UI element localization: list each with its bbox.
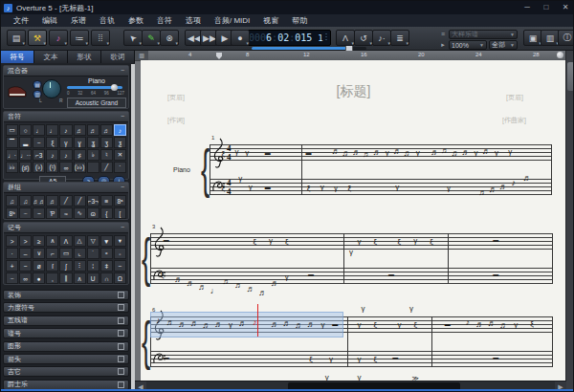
palette-cell[interactable]: , [46, 272, 58, 284]
palette-cell[interactable]: ∞ [19, 272, 32, 284]
score-title-placeholder[interactable]: [标题] [141, 83, 566, 100]
collapse-icon[interactable]: − [121, 66, 124, 76]
patch-name-field[interactable]: Acoustic Grand [67, 98, 126, 108]
score-glyph[interactable]: ▬ [332, 321, 338, 327]
score-glyph[interactable]: ♬ [214, 320, 223, 329]
score-glyph[interactable]: γ [357, 238, 361, 246]
palette-cell[interactable]: ⁝ [74, 260, 86, 272]
score-glyph[interactable]: γ [357, 356, 361, 363]
palette-cell[interactable]: (♭♭) [74, 162, 86, 173]
metronome-button[interactable]: Λ▾ [336, 30, 355, 46]
palette-cell[interactable]: (♮) [46, 162, 58, 173]
palette-cell[interactable]: ǂ [100, 260, 113, 272]
palette-cell[interactable]: > [6, 235, 18, 247]
score-glyph[interactable]: ♬ [258, 289, 267, 297]
palette-cell[interactable]: ∿ [74, 207, 86, 219]
copy-view-button[interactable]: ▣▾ [523, 30, 542, 46]
palette-cell[interactable]: ʒ [100, 137, 113, 148]
score-glyph[interactable]: γ [249, 184, 253, 191]
panel-bar-谱号[interactable]: 谱号 [3, 328, 129, 338]
palette-cell[interactable]: ╱ [59, 195, 72, 207]
info-button[interactable]: ⓘ▾ [558, 30, 574, 46]
score-glyph[interactable]: ♬ [342, 149, 350, 158]
palette-cell[interactable]: ξ [46, 137, 58, 148]
score-glyph[interactable]: ♪ [511, 179, 516, 187]
palette-cell[interactable]: ♫ [19, 195, 32, 207]
record-button[interactable]: ●▾ [231, 30, 250, 46]
palette-cell[interactable]: 8ᵃ [114, 195, 126, 207]
score-glyph[interactable]: γ [362, 305, 365, 313]
palette-cell[interactable]: ◦ [114, 248, 126, 259]
palette-cell[interactable]: ∨ [33, 248, 45, 259]
score-glyph[interactable]: ξ [373, 356, 377, 363]
score-glyph[interactable]: ▬ [164, 237, 169, 243]
range-combo[interactable]: 全部▼ [489, 40, 518, 50]
palette-cell[interactable]: ⌣ [19, 207, 32, 219]
score-glyph[interactable]: ξ [530, 320, 534, 328]
score-glyph[interactable]: γ [269, 237, 273, 245]
collapse-icon[interactable]: − [121, 112, 124, 121]
palette-cell[interactable]: ♪ [59, 124, 72, 136]
palette-cell[interactable]: ∞ [59, 162, 72, 173]
score-glyph[interactable]: ♬ [238, 319, 247, 328]
palette-cell[interactable]: ♬ [46, 195, 58, 207]
staff-setup-button[interactable]: ≣▾ [390, 30, 409, 46]
score-glyph[interactable]: ξ [221, 150, 225, 158]
palette-cell[interactable]: ♩·· [19, 149, 32, 161]
palette-cell[interactable]: ♫ [6, 195, 18, 207]
score-glyph[interactable]: ♬ [352, 148, 361, 157]
selected-note[interactable]: ♪ [253, 318, 257, 327]
palette-cell[interactable]: + [6, 260, 18, 272]
palette-cell[interactable]: ⌐ [46, 248, 58, 259]
menu-帮助[interactable]: 帮助 [285, 14, 314, 27]
collapse-icon[interactable]: − [121, 223, 124, 232]
score-glyph[interactable]: ♪ [156, 316, 161, 325]
score-glyph[interactable]: γ [357, 321, 361, 329]
panel-bar-装饰[interactable]: 装饰 [3, 290, 129, 300]
palette-cell[interactable]: ♪ [114, 124, 126, 136]
instrument-label[interactable]: Piano [173, 166, 190, 173]
track-list-button[interactable]: ≔▾ [70, 30, 89, 46]
score-glyph[interactable]: ♬ [475, 320, 484, 329]
score-glyph[interactable]: ♬ [174, 275, 183, 284]
score-glyph[interactable]: ▬ [306, 150, 312, 156]
grace-note-button[interactable]: ♪·▾ [372, 30, 391, 46]
score-glyph[interactable]: γ [235, 148, 239, 156]
palette-cell[interactable]: ⌢ [33, 207, 45, 219]
palette-cell[interactable]: ● [33, 272, 45, 284]
time-signature[interactable]: 44 [227, 144, 232, 161]
palette-cell[interactable]: ∧ [46, 235, 58, 247]
palette-cell[interactable]: ɷ [87, 207, 99, 219]
maximize-button[interactable]: □ [537, 1, 556, 14]
palette-cell[interactable]: ˊ [114, 162, 126, 173]
score-glyph[interactable]: ▬ [388, 272, 394, 277]
score-glyph[interactable]: ξ [307, 185, 311, 192]
composer-placeholder[interactable]: [作曲家] [502, 116, 526, 125]
score-glyph[interactable]: ♩ [210, 287, 219, 295]
score-glyph[interactable]: ξ [430, 238, 433, 246]
palette-cell[interactable]: ⌞ [74, 248, 86, 259]
score-glyph[interactable]: γ [334, 185, 338, 192]
palette-cell[interactable]: ≥ [33, 235, 45, 247]
ruler-knob[interactable] [557, 52, 563, 58]
mute-button[interactable]: ▤ [33, 80, 42, 89]
loop-button[interactable]: ↺▾ [354, 30, 373, 46]
score-glyph[interactable]: ♬ [363, 150, 371, 159]
score-glyph[interactable]: ♪ [466, 318, 471, 327]
score-glyph[interactable]: ♬ [452, 149, 460, 158]
palette-cell[interactable]: ʓ [87, 137, 99, 148]
score-glyph[interactable]: γ [495, 149, 498, 157]
palette-cell[interactable]: ╱ [74, 195, 86, 207]
notes-mode-button[interactable]: ♪▾ [49, 30, 68, 46]
palette-cell[interactable]: ▂ [19, 137, 32, 148]
palette-cell[interactable]: (♯) [19, 162, 32, 173]
score-glyph[interactable]: ♬ [499, 321, 508, 330]
palette-cell[interactable]: ♪ [46, 149, 58, 161]
menu-文件[interactable]: 文件 [7, 14, 35, 27]
score-glyph[interactable]: ξ [161, 272, 165, 279]
score-glyph[interactable]: γ [397, 321, 401, 329]
palette-cell[interactable]: ʌ [74, 272, 86, 284]
score-glyph[interactable]: ♬ [404, 149, 412, 158]
palette-cell[interactable]: ♭♭ [6, 162, 18, 173]
palette-cell[interactable]: ſ [46, 260, 58, 272]
